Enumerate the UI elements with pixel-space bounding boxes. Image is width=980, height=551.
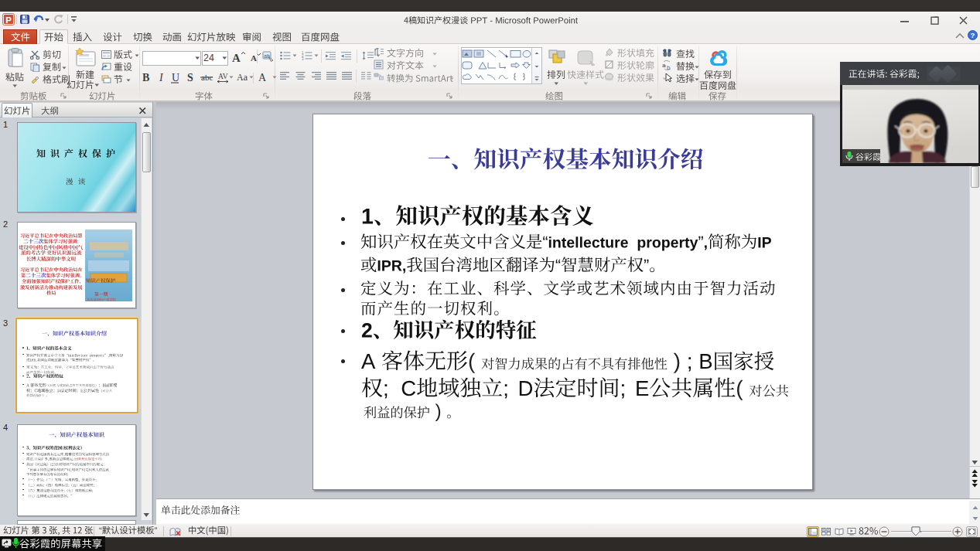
- svg-text:A: A: [232, 52, 241, 64]
- svg-text:A: A: [251, 53, 257, 63]
- svg-text:a: a: [662, 62, 666, 69]
- svg-text:3: 3: [302, 57, 304, 60]
- svg-text:S: S: [187, 72, 193, 83]
- svg-text:A: A: [258, 72, 267, 83]
- svg-text:U: U: [172, 72, 179, 83]
- svg-text:B: B: [142, 72, 149, 83]
- svg-text:P: P: [5, 15, 12, 25]
- svg-text:I: I: [159, 72, 164, 83]
- svg-text:Aa: Aa: [237, 72, 248, 83]
- svg-text:?: ?: [971, 31, 975, 39]
- svg-text:AV: AV: [218, 73, 228, 80]
